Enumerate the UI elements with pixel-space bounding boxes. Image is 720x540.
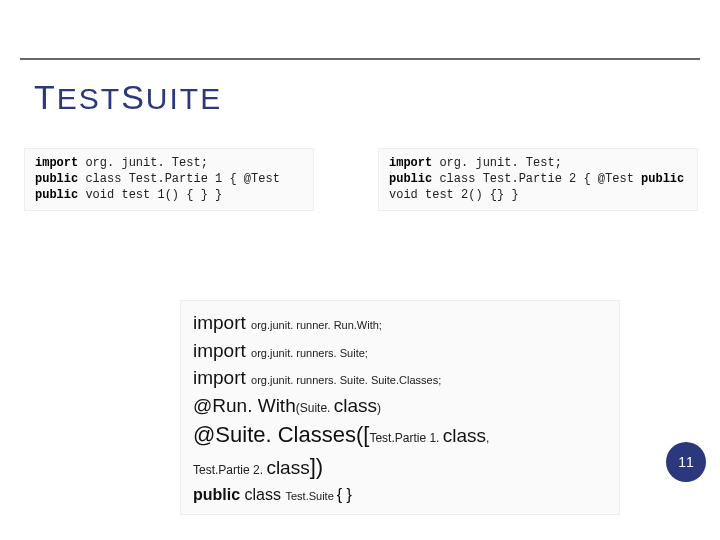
suite-line: public class Test.Suite { } <box>193 483 607 506</box>
class-name: Test.Partie 2. <box>193 463 266 477</box>
class-name: Test.Suite <box>285 490 336 502</box>
annotation-runwith: @Run. With <box>193 395 296 416</box>
bracket-open: ([ <box>356 422 369 447</box>
class-name: Test.Partie 1. <box>369 431 442 445</box>
code-line: public void test 1() { } } <box>35 187 303 203</box>
keyword-import: import <box>389 156 432 170</box>
code-text: org. junit. Test; <box>78 156 208 170</box>
suite-line: import org.junit. runners. Suite. Suite.… <box>193 364 607 392</box>
keyword-import: import <box>193 367 251 388</box>
top-rule <box>20 58 700 60</box>
code-text: ) <box>377 401 381 415</box>
keyword-class: class <box>245 486 286 503</box>
keyword-class: class <box>443 425 486 446</box>
keyword-import: import <box>35 156 78 170</box>
code-line: void test 2() {} } <box>389 187 687 203</box>
code-text: void test 1() { } } <box>78 188 222 202</box>
keyword-import: import <box>193 340 251 361</box>
code-line: import org. junit. Test; <box>389 155 687 171</box>
code-text: org.junit. runners. Suite. Suite.Classes… <box>251 374 441 386</box>
suite-line: Test.Partie 2. class]) <box>193 451 607 483</box>
page-number-badge: 11 <box>666 442 706 482</box>
code-text: org. junit. Test; <box>432 156 562 170</box>
page-number: 11 <box>678 454 694 470</box>
code-text: class Test.Partie 1 { @Test <box>78 172 280 186</box>
suite-line: import org.junit. runner. Run.With; <box>193 309 607 337</box>
keyword-class: class <box>266 457 309 478</box>
keyword-public: public <box>193 486 245 503</box>
code-line: public class Test.Partie 2 { @Test publi… <box>389 171 687 187</box>
bracket-close: ]) <box>310 454 323 479</box>
code-block-suite: import org.junit. runner. Run.With; impo… <box>180 300 620 515</box>
code-text: class Test.Partie 2 { @Test <box>432 172 641 186</box>
code-text: org.junit. runner. Run.With; <box>251 319 382 331</box>
code-block-right: import org. junit. Test; public class Te… <box>378 148 698 211</box>
title-seg-1: EST <box>57 82 121 115</box>
keyword-public: public <box>35 172 78 186</box>
suite-line: @Run. With(Suite. class) <box>193 392 607 420</box>
code-line: import org. junit. Test; <box>35 155 303 171</box>
braces: { } <box>337 486 352 503</box>
title-cap-2: S <box>121 78 146 116</box>
page-title: TESTSUITE <box>34 78 222 117</box>
keyword-class: class <box>334 395 377 416</box>
slide: TESTSUITE import org. junit. Test; publi… <box>0 0 720 540</box>
code-block-left: import org. junit. Test; public class Te… <box>24 148 314 211</box>
annotation-suiteclasses: @Suite. Classes <box>193 422 356 447</box>
title-seg-2: UITE <box>146 82 222 115</box>
keyword-public: public <box>641 172 684 186</box>
keyword-public: public <box>389 172 432 186</box>
suite-line: @Suite. Classes([Test.Partie 1. class, <box>193 419 607 451</box>
title-cap-1: T <box>34 78 57 116</box>
suite-line: import org.junit. runners. Suite; <box>193 337 607 365</box>
code-text: void test 2() {} } <box>389 188 519 202</box>
keyword-import: import <box>193 312 251 333</box>
comma: , <box>486 431 489 445</box>
code-text: org.junit. runners. Suite; <box>251 347 368 359</box>
code-line: public class Test.Partie 1 { @Test <box>35 171 303 187</box>
keyword-public: public <box>35 188 78 202</box>
code-text: (Suite. <box>296 401 334 415</box>
